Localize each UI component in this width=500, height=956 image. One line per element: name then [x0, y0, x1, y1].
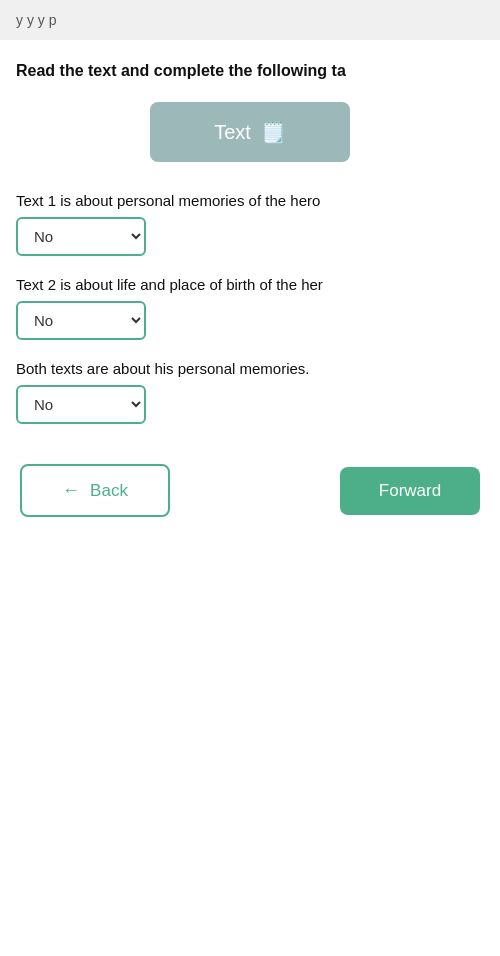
question-block-3: Both texts are about his personal memori… — [16, 358, 484, 424]
forward-label: Forward — [379, 481, 441, 500]
question-block-2: Text 2 is about life and place of birth … — [16, 274, 484, 340]
forward-button[interactable]: Forward — [340, 467, 480, 515]
back-button[interactable]: ← Back — [20, 464, 170, 517]
answer-select-3[interactable]: Yes No — [16, 385, 146, 424]
instruction-text: Read the text and complete the following… — [16, 60, 484, 82]
question-label-1: Text 1 is about personal memories of the… — [16, 190, 484, 211]
answer-select-2[interactable]: Yes No — [16, 301, 146, 340]
document-icon: 🗒️ — [261, 120, 286, 144]
back-label: Back — [90, 481, 128, 501]
top-bar: y y y p — [0, 0, 500, 40]
page-container: y y y p Read the text and complete the f… — [0, 0, 500, 956]
text-button[interactable]: Text 🗒️ — [150, 102, 350, 162]
answer-select-1[interactable]: Yes No — [16, 217, 146, 256]
text-button-container: Text 🗒️ — [16, 102, 484, 162]
top-bar-text: y y y p — [16, 12, 56, 28]
question-label-2: Text 2 is about life and place of birth … — [16, 274, 484, 295]
content-area: Read the text and complete the following… — [0, 40, 500, 537]
question-block-1: Text 1 is about personal memories of the… — [16, 190, 484, 256]
navigation-area: ← Back Forward — [16, 464, 484, 517]
question-label-3: Both texts are about his personal memori… — [16, 358, 484, 379]
text-button-label: Text — [214, 121, 251, 144]
back-arrow-icon: ← — [62, 480, 80, 501]
